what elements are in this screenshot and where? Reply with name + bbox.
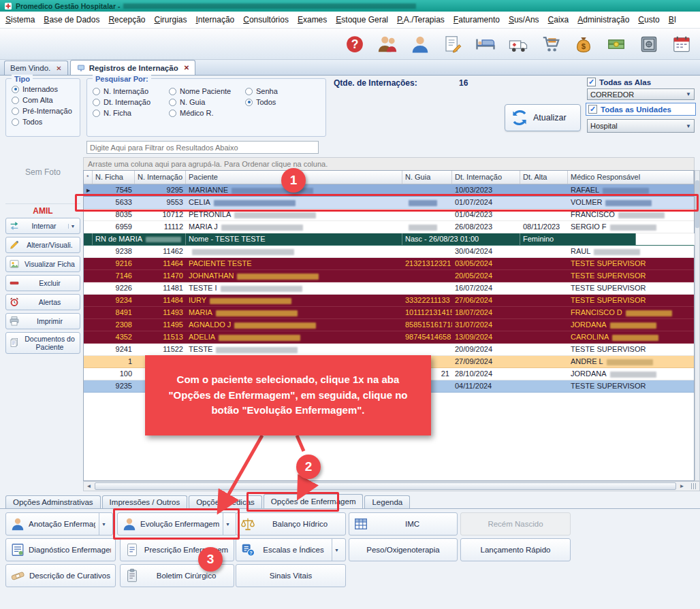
radio-internados[interactable]: Internados (12, 85, 80, 93)
patient-icon[interactable] (409, 33, 432, 56)
menu-item[interactable]: Custo (638, 15, 659, 24)
alterar-visualizar-button[interactable]: Alterar/Visuali. (5, 237, 80, 253)
peso-oxigenoterapia-button[interactable]: Peso/Oxigenoterapia (349, 538, 458, 561)
evolucao-enfermagem-button[interactable]: Evolução Enfermagem ▼ (117, 512, 237, 536)
radio-nome-paciente[interactable]: Nome Paciente (169, 87, 240, 95)
menu-item[interactable]: Recepção (108, 15, 145, 24)
column-header-medico[interactable]: Médico Responsável (568, 171, 694, 184)
anotacao-enfermagem-button[interactable]: Anotação Enfermagem ▼ (5, 512, 113, 536)
help-icon[interactable] (343, 33, 366, 56)
radio-todos-pesquisa[interactable]: Todos (245, 98, 308, 106)
alertas-button[interactable]: Alertas (5, 294, 80, 310)
grid-row[interactable]: ▸75459295MARIANNE10/03/2023RAFAEL (84, 184, 694, 197)
atualizar-button[interactable]: Atualizar (505, 104, 581, 131)
bed-icon[interactable] (474, 33, 497, 56)
grid-row[interactable]: 435211513ADELIA9874541465813/09/2024CARO… (84, 331, 694, 344)
internar-button[interactable]: Internar ▼ (5, 218, 80, 234)
safe-icon[interactable] (637, 33, 661, 56)
grid-row[interactable]: 921611464PACIENTE TESTE2132131232103/05/… (84, 258, 694, 270)
visualizar-ficha-button[interactable]: Visualizar Ficha (5, 256, 80, 272)
grid-row[interactable]: 56339553CELIA01/07/2024VOLMER (84, 197, 694, 209)
balanco-hidrico-button[interactable]: Balanço Hídrico (236, 512, 346, 536)
radio-senha[interactable]: Senha (245, 87, 308, 95)
menu-item[interactable]: Consultórios (243, 15, 289, 24)
close-icon[interactable]: ✕ (184, 64, 189, 71)
prescription-icon[interactable] (441, 33, 464, 56)
grid-row[interactable]: 230811495AGNALDO J85851516171831/07/2024… (84, 319, 694, 331)
supplies-cart-icon[interactable] (539, 33, 562, 56)
menu-item[interactable]: Exames (298, 15, 327, 24)
group-by-bar[interactable]: Arraste uma coluna aqui para agrupá-la. … (83, 157, 695, 170)
menu-item[interactable]: Faturamento (454, 15, 500, 24)
todas-alas-checkbox[interactable]: ✓ Todas as Alas (587, 78, 651, 86)
radio-todos-tipo[interactable]: Todos (12, 118, 80, 126)
chevron-down-icon[interactable]: ▼ (99, 513, 108, 535)
descricao-curativos-button[interactable]: Descrição de Curativos (5, 564, 116, 587)
menu-item[interactable]: Administração (577, 15, 629, 24)
tab-bem-vindo[interactable]: Bem Vindo. ✕ (4, 61, 68, 75)
diagnostico-enfermagem-button[interactable]: Diagnóstico Enfermagem (5, 538, 116, 561)
imprimir-button[interactable]: Imprimir (5, 313, 80, 329)
column-header-n-ficha[interactable]: N. Ficha (93, 171, 135, 184)
radio-n-ficha[interactable]: N. Ficha (93, 109, 163, 117)
tab-legenda[interactable]: Legenda (364, 495, 410, 508)
grid-row[interactable]: 849111493MARIA10111213141518/07/2024FRAN… (84, 307, 694, 319)
menu-item[interactable]: Sus/Ans (509, 15, 539, 24)
tab-opcoes-enfermagem[interactable]: Opções de Enfermagem (264, 494, 364, 508)
schedule-icon[interactable] (670, 33, 693, 56)
radio-dt-internacao[interactable]: Dt. Internação (93, 98, 163, 106)
column-header-dt-internacao[interactable]: Dt. Internação (452, 171, 520, 184)
menu-item[interactable]: BI (669, 15, 676, 24)
unidades-select[interactable]: Hospital ▼ (587, 119, 695, 133)
grid-row[interactable]: 922611481TESTE I16/07/2024TESTE SUPERVIS… (84, 282, 694, 295)
tab-impressoes-outros[interactable]: Impressões / Outros (102, 495, 188, 508)
alas-select[interactable]: CORREDOR ▼ (587, 88, 695, 100)
money-icon[interactable] (605, 33, 628, 56)
ambulance-icon[interactable] (507, 33, 530, 56)
grid-row[interactable]: 92381146230/04/2024RAUL (84, 246, 694, 258)
tab-registros-internacao[interactable]: Registros de Internação ✕ (70, 60, 195, 75)
grid-row[interactable]: 923411484IURY3332221113327/06/2024TESTE … (84, 295, 694, 307)
escalas-indices-button[interactable]: Escalas e Índices ▼ (236, 538, 346, 561)
menu-item[interactable]: Sistema (5, 15, 35, 24)
radio-com-alta[interactable]: Com Alta (12, 96, 80, 104)
grid-row[interactable]: 924111522TESTE20/09/2024TESTE SUPERVISOR (84, 344, 694, 356)
todas-unidades-checkbox[interactable]: ✓ Todas as Unidades (586, 103, 696, 116)
menu-item[interactable]: Internação (196, 15, 235, 24)
chevron-down-icon[interactable]: ▼ (332, 539, 341, 561)
excluir-button[interactable]: Excluir (5, 275, 80, 291)
grid-row[interactable]: 803510712PETRONILA01/04/2023FRANCISCO (84, 209, 694, 221)
reception-icon[interactable] (376, 33, 399, 56)
menu-item[interactable]: P.A./Terapias (397, 15, 445, 24)
scrollbar-thumb[interactable] (695, 180, 699, 228)
radio-n-guia[interactable]: N. Guia (169, 98, 240, 106)
sinais-vitais-button[interactable]: Sinais Vitais (236, 564, 346, 587)
column-header-n-guia[interactable]: N. Guia (402, 171, 452, 184)
radio-pre-internacao[interactable]: Pré-Internação (12, 107, 80, 115)
grid-filter-input[interactable] (86, 141, 319, 154)
menu-item[interactable]: Estoque Geral (336, 15, 388, 24)
radio-medico-r[interactable]: Médico R. (169, 109, 240, 117)
grid-subrow-rn[interactable]: RN de MARIANome - TESTE TESTENasc - 26/0… (84, 233, 694, 246)
tab-opcoes-medicas[interactable]: Opções Médicas (189, 495, 262, 508)
lancamento-rapido-button[interactable]: Lançamento Rápido (460, 538, 571, 561)
menu-item[interactable]: Cirurgias (154, 15, 187, 24)
radio-n-internacao[interactable]: N. Internação (93, 87, 163, 95)
chevron-down-icon[interactable]: ▼ (68, 224, 77, 229)
column-header-dt-alta[interactable]: Dt. Alta (520, 171, 568, 184)
billing-icon[interactable] (572, 33, 595, 56)
menu-item[interactable]: Caixa (548, 15, 569, 24)
scroll-right-icon[interactable]: ► (677, 483, 687, 489)
resize-grip[interactable] (687, 483, 699, 489)
scroll-left-icon[interactable]: ◄ (84, 483, 94, 489)
grid-header-indicator[interactable]: * (84, 171, 93, 184)
documentos-paciente-button[interactable]: Documentos do Paciente (5, 332, 80, 354)
grid-row[interactable]: 695911112MARIA J26/08/202308/11/2023SERG… (84, 221, 694, 233)
vertical-scrollbar[interactable] (695, 170, 700, 481)
column-header-n-internacao[interactable]: N. Internação (135, 171, 186, 184)
chevron-down-icon[interactable]: ▼ (223, 513, 232, 535)
imc-button[interactable]: IMC (349, 512, 458, 536)
horizontal-scrollbar[interactable]: ◄ ► (83, 481, 700, 491)
menu-item[interactable]: Base de Dados (44, 15, 99, 24)
tab-opcoes-administrativas[interactable]: Opções Adminstrativas (5, 495, 101, 508)
